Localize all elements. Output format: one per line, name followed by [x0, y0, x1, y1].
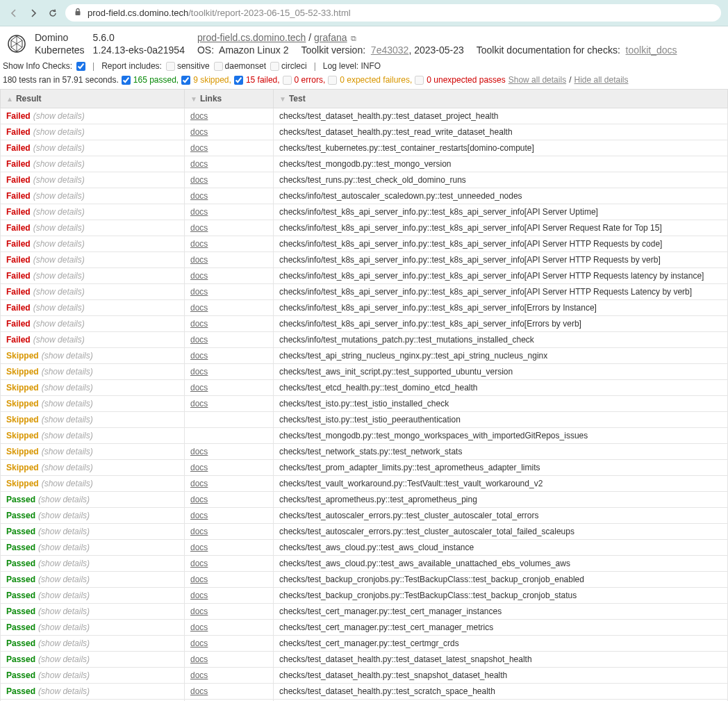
toolkit-version-label: Toolkit version: [301, 44, 365, 56]
show-details-link[interactable]: (show details) [42, 463, 93, 472]
toolkit-docs-link[interactable]: toolkit_docs [626, 44, 677, 56]
docs-link[interactable]: docs [190, 207, 208, 217]
show-details-link[interactable]: (show details) [42, 431, 93, 440]
sensitive-checkbox[interactable] [166, 62, 175, 71]
show-details-link[interactable]: (show details) [33, 335, 85, 345]
passed-checkbox[interactable] [122, 76, 131, 85]
docs-link[interactable]: docs [190, 607, 208, 616]
docs-link[interactable]: docs [190, 191, 208, 201]
docs-link[interactable]: docs [190, 575, 208, 584]
result-cell: Skipped(show details) [1, 428, 185, 444]
docs-link[interactable]: docs [190, 223, 208, 233]
show-details-link[interactable]: (show details) [33, 207, 85, 217]
docs-link[interactable]: docs [190, 399, 208, 409]
docs-link[interactable]: docs [190, 303, 208, 313]
docs-link[interactable]: docs [190, 351, 208, 361]
errors-checkbox[interactable] [283, 76, 292, 85]
show-details-link[interactable]: (show details) [33, 159, 85, 169]
show-details-link[interactable]: (show details) [33, 191, 85, 201]
show-details-link[interactable]: (show details) [42, 415, 93, 424]
docs-link[interactable]: docs [190, 255, 208, 265]
show-details-link[interactable]: (show details) [42, 399, 93, 409]
show-details-link[interactable]: (show details) [42, 447, 93, 456]
docs-link[interactable]: docs [190, 591, 208, 600]
docs-link[interactable]: docs [190, 622, 208, 632]
xpass-checkbox[interactable] [415, 76, 424, 85]
docs-link[interactable]: docs [190, 127, 208, 137]
show-details-link[interactable]: (show details) [33, 255, 85, 265]
show-details-link[interactable]: (show details) [33, 143, 85, 153]
xfail-checkbox[interactable] [328, 76, 337, 85]
show-details-link[interactable]: (show details) [38, 575, 90, 584]
url-bar[interactable]: prod-field.cs.domino.tech/toolkit/report… [65, 4, 721, 22]
show-details-link[interactable]: (show details) [33, 175, 85, 185]
host-link[interactable]: prod-field.cs.domino.tech [197, 32, 306, 43]
show-details-link[interactable]: (show details) [33, 287, 85, 297]
failed-checkbox[interactable] [234, 76, 243, 85]
show-details-link[interactable]: (show details) [38, 495, 90, 504]
show-details-link[interactable]: (show details) [33, 127, 85, 137]
docs-link[interactable]: docs [190, 638, 208, 648]
show-details-link[interactable]: (show details) [33, 111, 85, 121]
hide-all-details-link[interactable]: Hide all details [574, 75, 628, 85]
docs-link[interactable]: docs [190, 686, 208, 696]
docs-link[interactable]: docs [190, 383, 208, 393]
forward-button[interactable] [26, 6, 40, 20]
test-cell: checks/test_dataset_health.py::test_scra… [274, 684, 728, 700]
show-details-link[interactable]: (show details) [38, 511, 90, 520]
docs-link[interactable]: docs [190, 543, 208, 552]
show-details-link[interactable]: (show details) [38, 686, 90, 696]
show-details-link[interactable]: (show details) [42, 383, 93, 393]
show-details-link[interactable]: (show details) [33, 239, 85, 249]
show-details-link[interactable]: (show details) [33, 319, 85, 329]
show-details-link[interactable]: (show details) [33, 271, 85, 281]
show-details-link[interactable]: (show details) [38, 607, 90, 616]
show-details-link[interactable]: (show details) [38, 638, 90, 648]
skipped-checkbox[interactable] [181, 76, 190, 85]
daemonset-checkbox[interactable] [214, 62, 223, 71]
docs-link[interactable]: docs [190, 463, 208, 472]
docs-link[interactable]: docs [190, 239, 208, 249]
show-info-checkbox[interactable] [76, 62, 85, 71]
docs-link[interactable]: docs [190, 527, 208, 536]
col-links-header[interactable]: ▼Links [185, 90, 274, 108]
docs-link[interactable]: docs [190, 319, 208, 329]
docs-link[interactable]: docs [190, 495, 208, 504]
docs-link[interactable]: docs [190, 111, 208, 121]
col-test-header[interactable]: ▼Test [274, 90, 728, 108]
docs-link[interactable]: docs [190, 271, 208, 281]
docs-link[interactable]: docs [190, 335, 208, 345]
show-details-link[interactable]: (show details) [33, 303, 85, 313]
links-cell: docs [185, 444, 274, 460]
docs-link[interactable]: docs [190, 447, 208, 456]
circleci-checkbox[interactable] [270, 62, 279, 71]
show-details-link[interactable]: (show details) [38, 622, 90, 632]
docs-link[interactable]: docs [190, 559, 208, 568]
show-details-link[interactable]: (show details) [38, 559, 90, 568]
show-all-details-link[interactable]: Show all details [508, 75, 566, 85]
show-details-link[interactable]: (show details) [42, 479, 93, 488]
show-details-link[interactable]: (show details) [38, 670, 90, 680]
toolkit-version-link[interactable]: 7e43032 [371, 44, 409, 56]
show-details-link[interactable]: (show details) [42, 367, 93, 377]
result-cell: Passed(show details) [1, 556, 185, 572]
reload-button[interactable] [46, 6, 60, 20]
col-result-header[interactable]: ▲Result [1, 90, 185, 108]
docs-link[interactable]: docs [190, 143, 208, 153]
show-details-link[interactable]: (show details) [33, 223, 85, 233]
show-details-link[interactable]: (show details) [42, 351, 93, 361]
docs-link[interactable]: docs [190, 175, 208, 185]
show-details-link[interactable]: (show details) [38, 527, 90, 536]
docs-link[interactable]: docs [190, 511, 208, 520]
docs-link[interactable]: docs [190, 670, 208, 680]
show-details-link[interactable]: (show details) [38, 543, 90, 552]
show-details-link[interactable]: (show details) [38, 654, 90, 664]
docs-link[interactable]: docs [190, 287, 208, 297]
grafana-link[interactable]: grafana [314, 32, 347, 43]
docs-link[interactable]: docs [190, 654, 208, 664]
docs-link[interactable]: docs [190, 479, 208, 488]
docs-link[interactable]: docs [190, 159, 208, 169]
back-button[interactable] [7, 6, 21, 20]
show-details-link[interactable]: (show details) [38, 591, 90, 600]
docs-link[interactable]: docs [190, 367, 208, 377]
